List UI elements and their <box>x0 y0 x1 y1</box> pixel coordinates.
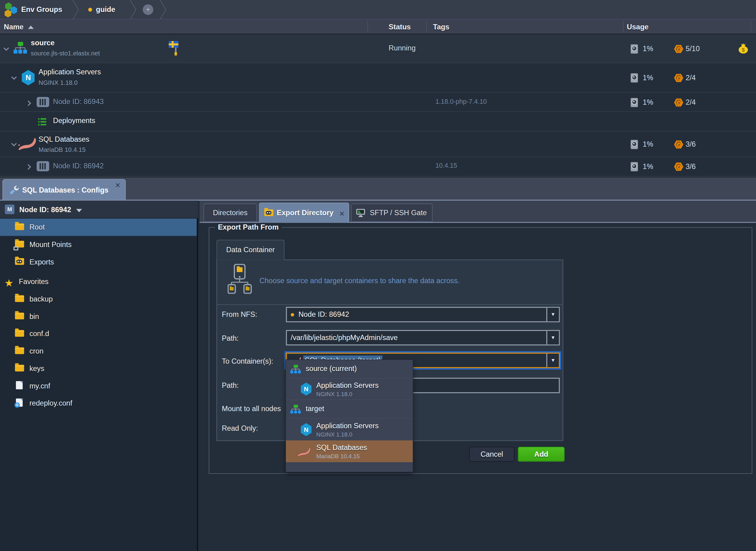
exports-folder-icon <box>15 258 24 265</box>
sort-ascending-icon[interactable] <box>28 26 34 29</box>
separator <box>217 304 563 305</box>
node-tag: 1.18.0-php-7.4.10 <box>435 98 487 105</box>
sidebar-item-mount-points[interactable]: Mount Points <box>0 236 197 253</box>
sidebar-item-mycnf[interactable]: my.cnf <box>0 377 197 395</box>
table-row-node-86943[interactable]: Node ID: 86943 1.18.0-php-7.4.10 1% 2/4 <box>0 93 756 112</box>
disk-usage-icon <box>631 140 638 149</box>
node-title: Node ID: 86942 <box>53 162 104 170</box>
combo-arrow-button[interactable]: ▼ <box>546 354 559 367</box>
dropdown-item-sql-databases-target[interactable]: SQL Databases MariaDB 10.4.15 <box>286 441 413 462</box>
table-row-app-servers[interactable]: N Application Servers NGINX 1.18.0 1% 2/… <box>0 63 756 92</box>
cpu-usage: 1% <box>643 44 653 53</box>
dropdown-item-target[interactable]: target <box>286 400 413 419</box>
collapse-chevron-icon[interactable] <box>3 47 9 51</box>
expand-chevron-icon[interactable] <box>27 100 31 106</box>
combo-arrow-button[interactable]: ▼ <box>546 308 559 321</box>
env-table-header: Name Status Tags Usage <box>0 19 756 34</box>
cloudlet-usage-icon <box>674 99 683 107</box>
folder-icon <box>15 223 24 230</box>
environment-icon <box>13 42 27 55</box>
configs-panel-tabbar: SQL Databases : Configs ✕ <box>0 177 756 201</box>
disk-usage-icon <box>631 44 638 54</box>
mount-monitor-icon <box>13 246 18 250</box>
mariadb-icon <box>17 137 37 151</box>
sidebar-item-redeployconf[interactable]: ⚙redeploy.conf <box>0 395 197 412</box>
env-status-dot <box>88 8 92 12</box>
environment-icon <box>290 405 301 415</box>
cancel-button[interactable]: Cancel <box>469 447 514 462</box>
column-name[interactable]: Name <box>4 19 24 34</box>
column-usage[interactable]: Usage <box>627 19 649 34</box>
layer-version: NGINX 1.18.0 <box>39 79 78 86</box>
close-icon[interactable]: ✕ <box>339 204 344 223</box>
from-nfs-combo[interactable]: Node ID: 86942 ▼ <box>286 307 560 322</box>
cloudlet-usage-icon <box>674 74 683 82</box>
dropdown-item-app-servers-target[interactable]: N Application Servers NGINX 1.18.0 <box>286 419 413 441</box>
breadcrumb: Env Groups guide + <box>0 0 756 19</box>
deployments-icon <box>38 118 47 125</box>
sidebar-item-root[interactable]: Root <box>0 218 197 236</box>
tab-sql-databases-configs[interactable]: SQL Databases : Configs ✕ <box>2 179 126 200</box>
cpu-usage: 1% <box>643 162 653 170</box>
tab-sftp-ssh-gate[interactable]: SFTP / SSH Gate <box>351 203 432 222</box>
table-row-sql-databases[interactable]: SQL Databases MariaDB 10.4.15 1% 3/6 <box>0 132 756 157</box>
collapse-chevron-icon[interactable] <box>11 142 17 147</box>
cloudlet-quota: 5/10 <box>686 44 700 53</box>
tab-directories[interactable]: Directories <box>203 203 257 222</box>
node-selector-label: Node ID: 86942 <box>19 201 82 218</box>
breadcrumb-env-groups[interactable]: Env Groups <box>21 0 62 19</box>
layer-title: SQL Databases <box>39 135 89 143</box>
tab-export-directory[interactable]: Export Directory ✕ <box>259 203 349 223</box>
sidebar-item-exports[interactable]: Exports <box>0 253 197 270</box>
expand-chevron-icon[interactable] <box>27 163 31 170</box>
tab-data-container[interactable]: Data Container <box>217 240 285 260</box>
folder-icon <box>15 348 24 354</box>
sidebar-item-confd[interactable]: conf.d <box>0 325 197 343</box>
mariadb-node-icon: M <box>5 204 15 214</box>
sidebar-item-bin[interactable]: bin <box>0 308 197 325</box>
cloudlet-quota: 2/4 <box>686 73 696 82</box>
export-folder-icon <box>264 209 274 216</box>
layer-title: Application Servers <box>39 68 101 76</box>
cpu-usage: 1% <box>643 98 653 106</box>
folder-icon <box>15 296 24 302</box>
table-row-env-source[interactable]: source source.jls-sto1.elastx.net Runnin… <box>0 34 756 63</box>
env-title: source <box>31 39 55 47</box>
add-button[interactable]: Add <box>518 447 565 462</box>
combo-arrow-button[interactable]: ▼ <box>546 331 559 344</box>
wrench-icon <box>10 184 20 195</box>
column-tags[interactable]: Tags <box>433 19 449 34</box>
link-icon <box>17 259 22 263</box>
breadcrumb-env-guide[interactable]: guide <box>96 0 115 19</box>
status-value: Running <box>389 44 415 52</box>
table-row-node-86942[interactable]: Node ID: 86942 10.4.15 1% 3/6 <box>0 157 756 177</box>
close-icon[interactable]: ✕ <box>115 181 121 189</box>
platform-logo-icon[interactable] <box>4 2 18 17</box>
cpu-usage: 1% <box>643 73 653 82</box>
config-file-icon: ⚙ <box>16 399 23 407</box>
billing-icon[interactable]: $ <box>739 43 748 54</box>
add-env-group-button[interactable]: + <box>143 4 153 15</box>
node-title: Node ID: 86943 <box>53 97 104 106</box>
deployments-title: Deployments <box>53 116 95 125</box>
nginx-icon: N <box>300 383 312 396</box>
cpu-usage: 1% <box>643 140 653 148</box>
container-icon <box>37 161 49 171</box>
table-row-deployments[interactable]: Deployments <box>0 112 756 132</box>
dropdown-item-app-servers-source[interactable]: N Application Servers NGINX 1.18.0 <box>286 379 413 400</box>
nginx-icon: N <box>300 423 312 436</box>
disk-usage-icon <box>631 162 638 171</box>
sidebar-group-favorites[interactable]: ★ Favorites <box>0 273 197 291</box>
mount-all-nodes-label: Mount to all nodes <box>222 404 281 414</box>
column-status[interactable]: Status <box>389 19 411 34</box>
collapse-chevron-icon[interactable] <box>11 76 17 80</box>
sidebar-item-backup[interactable]: backup <box>0 291 197 308</box>
dropdown-item-source-current[interactable]: source (current) <box>286 360 413 379</box>
sidebar-item-keys[interactable]: keys <box>0 360 197 378</box>
app-window: Env Groups guide + Name Status Tags Usag… <box>0 0 756 551</box>
path-combo[interactable]: /var/lib/jelastic/phpMyAdmin/save ▼ <box>286 330 560 345</box>
sidebar-item-cron[interactable]: cron <box>0 343 197 360</box>
folder-icon <box>15 330 24 337</box>
node-selector[interactable]: M Node ID: 86942 <box>0 201 198 218</box>
breadcrumb-separator-icon <box>159 0 167 19</box>
